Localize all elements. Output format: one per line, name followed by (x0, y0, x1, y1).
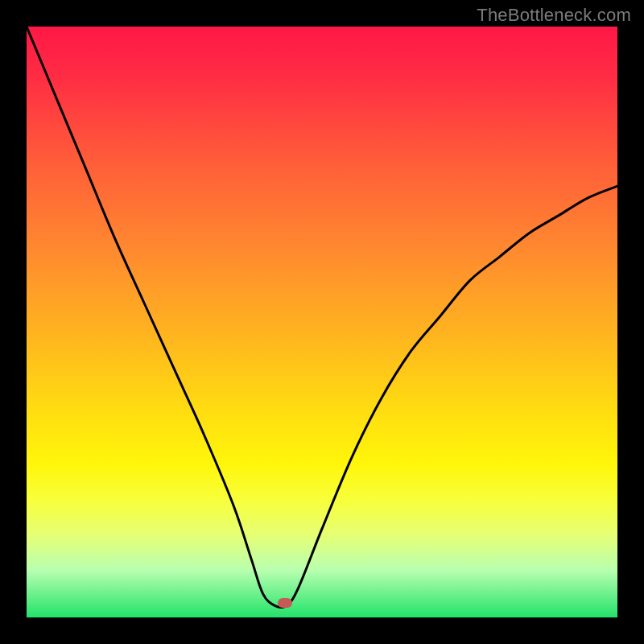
optimal-point-marker (278, 598, 292, 608)
chart-frame: TheBottleneck.com (0, 0, 644, 644)
plot-area (27, 27, 617, 617)
bottleneck-curve (27, 27, 617, 617)
watermark-text: TheBottleneck.com (477, 5, 631, 26)
